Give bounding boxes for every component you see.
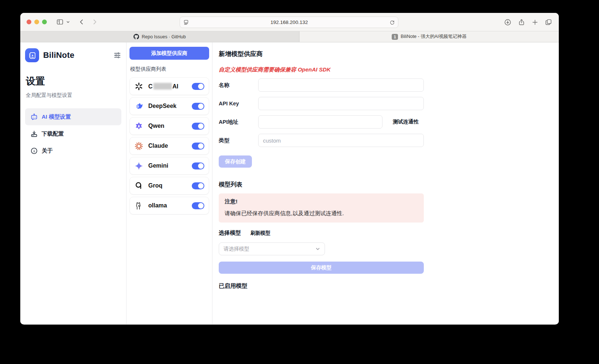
zoom-window-button[interactable] [42, 20, 47, 24]
sidebar-item-2[interactable]: 关于 [25, 142, 121, 159]
provider-name: Qwen [148, 123, 192, 129]
provider-row-deepseek: DeepSeek [129, 97, 209, 115]
tab-overview-button[interactable] [545, 18, 552, 26]
sidebar-item-1[interactable]: 下载配置 [25, 125, 121, 142]
provider-name: Claude [148, 143, 192, 149]
chevron-left-icon [78, 18, 85, 25]
sidebar-menu-chevron[interactable] [66, 20, 70, 24]
type-field[interactable] [258, 134, 424, 147]
brand-name: BiliNote [43, 50, 75, 60]
test-connectivity-link[interactable]: 测试连通性 [393, 119, 419, 125]
form-title: 新增模型供应商 [219, 50, 424, 58]
new-tab-button[interactable] [532, 19, 539, 26]
provider-toggle[interactable] [192, 202, 204, 209]
qwen-icon [134, 122, 143, 131]
provider-row-openai: CAI [129, 77, 209, 95]
minimize-window-button[interactable] [34, 20, 39, 24]
api-key-field[interactable] [258, 97, 424, 110]
sidebar-icon [56, 18, 64, 26]
add-provider-button[interactable]: 添加模型供应商 [129, 47, 209, 60]
preferences-sliders-icon[interactable] [113, 51, 121, 59]
provider-toggle[interactable] [192, 83, 204, 90]
settings-menu: AI 模型设置下载配置关于 [25, 108, 121, 159]
bot-icon [30, 113, 38, 121]
select-model-label: 选择模型 [219, 230, 241, 237]
tab-overview-icon [545, 18, 552, 26]
share-icon [518, 18, 525, 26]
deepseek-icon [134, 102, 143, 111]
provider-list-title: 模型供应商列表 [130, 66, 209, 73]
notice-body: 请确保已经保存供应商信息,以及通过测试连通性. [225, 210, 418, 217]
window-controls [27, 20, 47, 24]
provider-toggle[interactable] [192, 103, 204, 110]
save-model-button[interactable]: 保存模型 [219, 262, 424, 274]
settings-sidebar: BiliNote 设置 全局配置与模型设置 AI 模型设置下载配置关于 [20, 42, 127, 324]
downloads-button[interactable] [504, 18, 512, 26]
groq-icon [134, 181, 143, 190]
provider-row-ollama: ollama [129, 197, 209, 214]
enabled-models-title: 已启用模型 [219, 282, 424, 290]
page-subtitle: 全局配置与模型设置 [26, 92, 121, 99]
tab-label: Repo Issues · GitHub [142, 34, 186, 39]
provider-name: ollama [148, 202, 192, 209]
sidebar-item-label: AI 模型设置 [42, 113, 71, 120]
gemini-icon [134, 161, 143, 171]
page-title: 设置 [26, 75, 121, 88]
provider-panel: 添加模型供应商 模型供应商列表 CAIDeepSeekQwenClaudeGem… [127, 42, 212, 324]
sidebar-item-0[interactable]: AI 模型设置 [25, 108, 121, 125]
provider-row-gemini: Gemini [129, 157, 209, 175]
app-content: BiliNote 设置 全局配置与模型设置 AI 模型设置下载配置关于 添加模型… [20, 42, 559, 324]
provider-toggle[interactable] [192, 143, 204, 150]
tab-label: BiliNote - 强大的AI视频笔记神器 [401, 34, 467, 40]
provider-row-qwen: Qwen [129, 117, 209, 135]
dropdown-placeholder: 请选择模型 [224, 246, 315, 252]
browser-toolbar: 192.168.200.132 [20, 13, 559, 31]
info-icon [30, 147, 38, 155]
download-icon [504, 18, 512, 26]
notice-title: 注意! [225, 198, 418, 205]
chevron-down-icon [315, 246, 320, 251]
provider-toggle[interactable] [192, 182, 204, 189]
model-select-dropdown[interactable]: 请选择模型 [219, 242, 325, 255]
provider-name: Gemini [148, 162, 192, 169]
provider-row-groq: Groq [129, 177, 209, 195]
provider-form-panel: 新增模型供应商 自定义模型供应商需要确保兼容 OpenAI SDK 名称 API… [212, 42, 559, 324]
redacted-text [153, 83, 172, 90]
claude-icon [134, 141, 143, 151]
download-tray-icon [30, 130, 38, 138]
sidebar-toggle-button[interactable] [56, 18, 64, 26]
field-label: 名称 [219, 82, 258, 89]
field-label: 类型 [219, 137, 258, 144]
provider-toggle[interactable] [192, 123, 204, 130]
tab-github[interactable]: Repo Issues · GitHub [20, 31, 300, 42]
plus-icon [532, 19, 539, 26]
address-bar[interactable]: 192.168.200.132 [180, 17, 398, 28]
forward-button[interactable] [91, 18, 98, 25]
field-label: API Key [219, 101, 258, 106]
share-button[interactable] [518, 18, 525, 26]
reader-icon[interactable] [183, 19, 189, 25]
provider-row-claude: Claude [129, 137, 209, 155]
provider-name: CAI [148, 83, 192, 90]
api-url-field[interactable] [258, 115, 382, 129]
tab-bilinote[interactable]: 1 BiliNote - 强大的AI视频笔记神器 [300, 31, 559, 42]
bilinote-logo-icon [25, 48, 39, 62]
field-label: API地址 [219, 119, 258, 126]
close-window-button[interactable] [27, 20, 31, 24]
save-create-button[interactable]: 保存创建 [219, 155, 252, 168]
form-row-type: 类型 [219, 134, 424, 147]
github-icon [134, 34, 139, 39]
provider-name: Groq [148, 182, 192, 189]
model-select-header: 选择模型 刷新模型 [219, 230, 424, 237]
form-row-api-url: API地址 测试连通性 [219, 115, 424, 129]
provider-name: DeepSeek [148, 103, 192, 109]
browser-window: 192.168.200.132 Repo Issues · GitHub [20, 13, 559, 325]
back-button[interactable] [78, 18, 85, 25]
notice-box: 注意! 请确保已经保存供应商信息,以及通过测试连通性. [219, 193, 424, 223]
refresh-icon[interactable] [389, 20, 395, 25]
provider-toggle[interactable] [192, 162, 204, 169]
name-field[interactable] [258, 78, 424, 92]
openai-icon [134, 82, 143, 91]
refresh-models-button[interactable]: 刷新模型 [250, 230, 270, 237]
ollama-icon [134, 201, 143, 210]
